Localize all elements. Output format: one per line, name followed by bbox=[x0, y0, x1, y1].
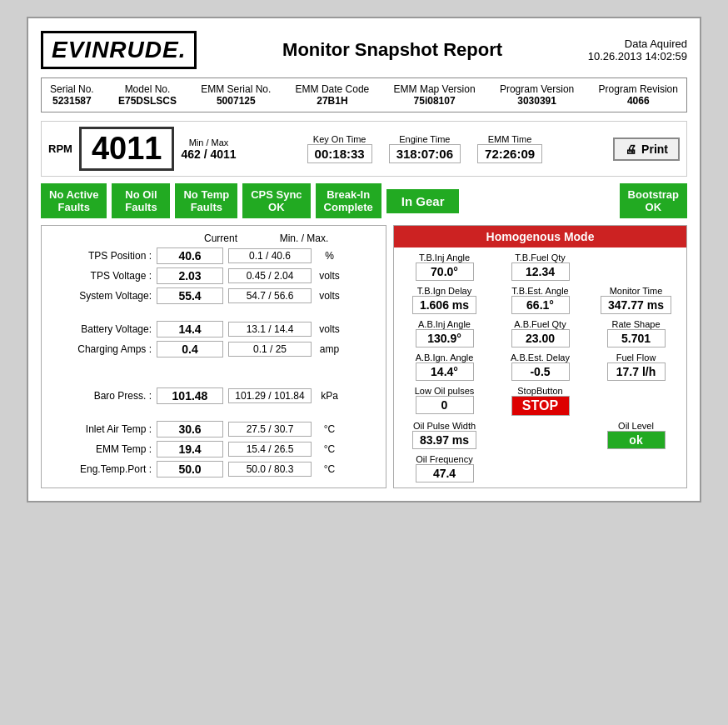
metric-box: Rate Shape5.701 bbox=[591, 319, 681, 348]
main-content: Current Min. / Max. TPS Position : 40.6 … bbox=[41, 225, 687, 488]
sensor-unit: volts bbox=[315, 270, 344, 282]
rpm-value: 4011 bbox=[79, 127, 175, 171]
fault-button[interactable]: No Active Faults bbox=[41, 183, 107, 218]
sensor-minmax: 27.5 / 30.7 bbox=[228, 422, 312, 437]
metric-box: Low Oil pulses0 bbox=[399, 386, 490, 416]
metric-label: Oil Frequency bbox=[416, 454, 472, 464]
fault-button[interactable]: Bootstrap OK bbox=[620, 183, 687, 218]
serial-bar: Serial No.5231587Model No.E75DSLSCSEMM S… bbox=[41, 78, 687, 112]
serial-value: 4066 bbox=[627, 95, 650, 107]
serial-col: Program Version3030391 bbox=[500, 83, 574, 107]
sensor-label: System Voltage: bbox=[48, 290, 157, 302]
metric-label: StopButton bbox=[517, 386, 562, 396]
sensor-rows: TPS Position : 40.6 0.1 / 40.6 % TPS Vol… bbox=[48, 248, 379, 478]
metric-label: Oil Pulse Width bbox=[413, 421, 476, 431]
sensor-current: 14.4 bbox=[157, 321, 223, 338]
serial-value: 5231587 bbox=[52, 95, 92, 107]
metric-box: T.B.Ign Delay1.606 ms bbox=[399, 286, 490, 314]
metric-value: 12.34 bbox=[511, 262, 570, 281]
rpm-row: RPM 4011 Min / Max 462 / 4011 Key On Tim… bbox=[41, 121, 687, 177]
metric-label: T.B.Fuel Qty bbox=[515, 252, 566, 262]
sensor-label: Charging Amps : bbox=[48, 343, 157, 355]
sensor-label: Eng.Temp.Port : bbox=[48, 463, 157, 475]
metric-box: Oil Pulse Width83.97 ms bbox=[399, 421, 490, 449]
right-grid: T.B.Inj Angle70.0°T.B.Fuel Qty12.34T.B.I… bbox=[394, 248, 686, 488]
metric-box: A.B.Est. Delay-0.5 bbox=[495, 352, 586, 381]
metric-box: Oil Frequency47.4 bbox=[399, 454, 490, 482]
metric-value: 23.00 bbox=[511, 329, 570, 348]
sensor-row: EMM Temp : 19.4 15.4 / 26.5 °C bbox=[48, 441, 379, 458]
metric-box: A.B.Inj Angle130.9° bbox=[399, 319, 490, 348]
sensor-row: Battery Voltage: 14.4 13.1 / 14.4 volts bbox=[48, 321, 379, 338]
sensor-minmax: 50.0 / 80.3 bbox=[228, 462, 312, 477]
sensor-unit: °C bbox=[315, 463, 344, 475]
metric-value: 1.606 ms bbox=[412, 296, 476, 314]
sensor-row: Charging Amps : 0.4 0.1 / 25 amp bbox=[48, 341, 379, 358]
sensor-label: TPS Voltage : bbox=[48, 270, 157, 282]
sensor-unit: °C bbox=[315, 423, 344, 435]
print-button[interactable]: 🖨 Print bbox=[613, 138, 680, 161]
serial-col: Model No.E75DSLSCS bbox=[118, 83, 177, 107]
serial-col: EMM Serial No.5007125 bbox=[201, 83, 271, 107]
metric-box bbox=[495, 454, 586, 482]
serial-value: 3030391 bbox=[517, 95, 556, 107]
sensor-minmax: 0.45 / 2.04 bbox=[228, 268, 312, 283]
sensor-current: 30.6 bbox=[157, 421, 223, 438]
metric-value: -0.5 bbox=[511, 362, 570, 381]
fault-button[interactable]: CPS Sync OK bbox=[242, 183, 310, 218]
right-panel: Homogenous Mode T.B.Inj Angle70.0°T.B.Fu… bbox=[393, 225, 687, 488]
serial-col: Serial No.5231587 bbox=[50, 83, 94, 107]
sensor-label: Inlet Air Temp : bbox=[48, 423, 157, 435]
serial-col: EMM Date Code27B1H bbox=[296, 83, 370, 107]
rpm-minmax-label: Min / Max bbox=[189, 138, 229, 148]
engine-time-value: 318:07:06 bbox=[389, 144, 461, 163]
sensor-label: Battery Voltage: bbox=[48, 323, 157, 335]
sensor-current: 2.03 bbox=[157, 268, 223, 284]
sensor-row: Inlet Air Temp : 30.6 27.5 / 30.7 °C bbox=[48, 421, 379, 438]
data-acquired: Data Aquired 10.26.2013 14:02:59 bbox=[588, 38, 687, 62]
sensor-current: 50.0 bbox=[157, 461, 223, 478]
sensor-minmax: 0.1 / 25 bbox=[228, 342, 312, 357]
left-panel: Current Min. / Max. TPS Position : 40.6 … bbox=[41, 225, 386, 488]
fault-button[interactable]: No Temp Faults bbox=[175, 183, 237, 218]
fault-button[interactable]: No Oil Faults bbox=[112, 183, 170, 218]
sensor-row: TPS Position : 40.6 0.1 / 40.6 % bbox=[48, 248, 379, 264]
metric-label: Monitor Time bbox=[610, 286, 663, 296]
metric-box bbox=[495, 421, 586, 449]
serial-label: EMM Serial No. bbox=[201, 83, 271, 95]
fault-button[interactable]: In Gear bbox=[386, 189, 460, 213]
serial-value: E75DSLSCS bbox=[118, 95, 177, 107]
metric-value: 5.701 bbox=[607, 329, 666, 348]
metric-value: 347.77 ms bbox=[601, 296, 671, 314]
serial-label: Program Version bbox=[500, 83, 574, 95]
printer-icon: 🖨 bbox=[625, 142, 636, 156]
metric-label: T.B.Est. Angle bbox=[511, 286, 568, 296]
col-minmax-header: Min. / Max. bbox=[262, 232, 346, 244]
metric-box: A.B.Fuel Qty23.00 bbox=[495, 319, 586, 348]
serial-label: Program Revision bbox=[599, 83, 678, 95]
metric-box: T.B.Est. Angle66.1° bbox=[495, 286, 586, 314]
serial-value: 75i08107 bbox=[414, 95, 456, 107]
logo: EVINRUDE. bbox=[41, 31, 197, 69]
emm-time-label: EMM Time bbox=[488, 134, 532, 144]
rpm-minmax: Min / Max 462 / 4011 bbox=[181, 138, 236, 161]
page-title: Monitor Snapshot Report bbox=[197, 39, 587, 61]
metric-box: Oil Levelok bbox=[591, 421, 681, 449]
fault-row: No Active FaultsNo Oil FaultsNo Temp Fau… bbox=[41, 183, 687, 218]
sensor-row: Baro Press. : 101.48 101.29 / 101.84 kPa bbox=[48, 388, 379, 404]
metric-label: A.B.Est. Delay bbox=[511, 352, 570, 362]
fault-button[interactable]: Break-In Complete bbox=[316, 183, 381, 218]
sensor-current: 55.4 bbox=[157, 288, 223, 304]
metric-value: 0 bbox=[416, 396, 474, 414]
serial-label: EMM Date Code bbox=[296, 83, 370, 95]
sensor-row bbox=[48, 374, 379, 384]
metric-value: ok bbox=[607, 431, 666, 449]
metric-value: 70.0° bbox=[416, 262, 474, 281]
sensor-unit: kPa bbox=[315, 390, 344, 402]
sensor-unit: amp bbox=[315, 343, 344, 355]
metric-box bbox=[591, 386, 681, 416]
header: EVINRUDE. Monitor Snapshot Report Data A… bbox=[41, 31, 687, 69]
metric-label: Fuel Flow bbox=[616, 352, 656, 362]
serial-label: Model No. bbox=[125, 83, 171, 95]
key-on-time: Key On Time 00:18:33 bbox=[307, 134, 372, 163]
